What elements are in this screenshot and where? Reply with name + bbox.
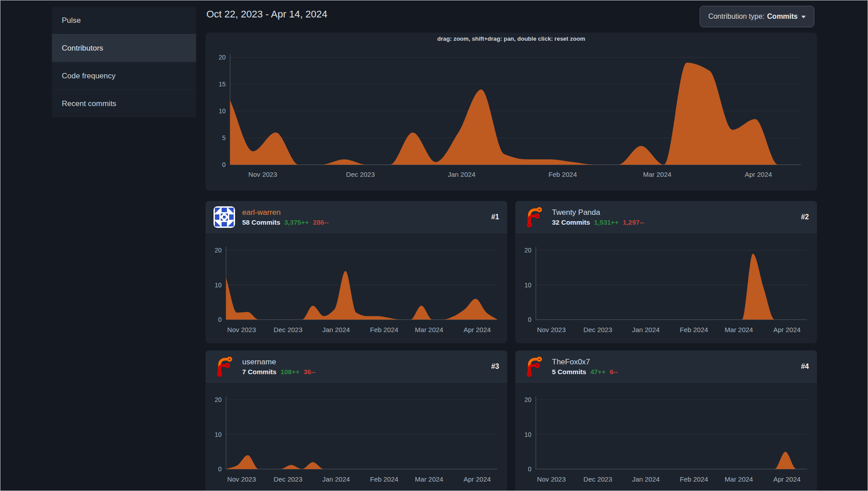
svg-text:Dec 2023: Dec 2023 (274, 326, 302, 333)
svg-text:20: 20 (214, 396, 222, 403)
contributor-card-header: Twenty Panda 32 Commits 1,531++ 1,297-- … (515, 201, 817, 233)
date-range-heading: Oct 22, 2023 - Apr 14, 2024 (206, 9, 327, 20)
svg-text:Nov 2023: Nov 2023 (227, 475, 256, 483)
contributor-commits-chart[interactable]: 01020Nov 2023Dec 2023Jan 2024Feb 2024Mar… (205, 233, 507, 343)
contributor-card: TheFox0x7 5 Commits 47++ 6-- #4 01020Nov… (515, 350, 817, 491)
svg-text:Nov 2023: Nov 2023 (537, 475, 566, 483)
svg-text:5: 5 (222, 134, 226, 141)
chevron-down-icon (801, 16, 806, 21)
contributor-card-header: username 7 Commits 108++ 36-- #3 (205, 350, 507, 383)
svg-text:20: 20 (524, 247, 531, 254)
sidebar-item-pulse[interactable]: Pulse (52, 7, 196, 34)
svg-text:Feb 2024: Feb 2024 (680, 326, 708, 333)
svg-text:Mar 2024: Mar 2024 (725, 326, 753, 333)
svg-text:Feb 2024: Feb 2024 (680, 475, 708, 483)
deletions-count: 1,297-- (623, 218, 644, 226)
contributor-name: Twenty Panda (552, 208, 644, 217)
svg-text:10: 10 (214, 282, 222, 289)
contributor-commits-chart[interactable]: 01020Nov 2023Dec 2023Jan 2024Feb 2024Mar… (205, 383, 507, 491)
svg-text:Apr 2024: Apr 2024 (745, 171, 772, 178)
svg-text:Jan 2024: Jan 2024 (322, 326, 350, 333)
contributor-card-header: TheFox0x7 5 Commits 47++ 6-- #4 (515, 350, 817, 383)
svg-text:20: 20 (214, 247, 222, 254)
contribution-type-label: Contribution type: (708, 13, 764, 21)
forgejo-logo-avatar (214, 356, 235, 377)
forgejo-logo-avatar (523, 356, 545, 377)
svg-text:Feb 2024: Feb 2024 (370, 475, 398, 483)
svg-text:0: 0 (222, 161, 226, 168)
contributor-commits-chart[interactable]: 01020Nov 2023Dec 2023Jan 2024Feb 2024Mar… (515, 383, 817, 491)
deletions-count: 6-- (610, 368, 618, 376)
contributor-card: Twenty Panda 32 Commits 1,531++ 1,297-- … (515, 201, 817, 343)
contributor-stats: 32 Commits 1,531++ 1,297-- (552, 218, 644, 226)
contributor-card-header: earl-warren 58 Commits 3,375++ 286-- #1 (205, 201, 507, 233)
sidebar-item-code-frequency[interactable]: Code frequency (52, 62, 196, 90)
svg-text:Apr 2024: Apr 2024 (463, 475, 491, 483)
svg-text:Jan 2024: Jan 2024 (448, 171, 475, 178)
svg-text:Mar 2024: Mar 2024 (415, 475, 443, 483)
svg-text:Apr 2024: Apr 2024 (773, 326, 800, 333)
svg-text:Dec 2023: Dec 2023 (274, 475, 302, 483)
svg-text:10: 10 (218, 107, 226, 115)
contributor-identity: earl-warren 58 Commits 3,375++ 286-- (242, 208, 329, 226)
identicon-avatar[interactable] (214, 206, 235, 228)
svg-text:Jan 2024: Jan 2024 (322, 475, 350, 483)
additions-count: 47++ (590, 368, 606, 376)
contributor-identity: TheFox0x7 5 Commits 47++ 6-- (552, 358, 618, 376)
contributor-stats: 58 Commits 3,375++ 286-- (242, 218, 329, 226)
svg-text:0: 0 (528, 465, 531, 473)
additions-count: 1,531++ (594, 218, 619, 226)
svg-text:20: 20 (218, 54, 226, 61)
rank-badge: #4 (801, 363, 809, 371)
rank-badge: #3 (491, 363, 499, 371)
deletions-count: 286-- (313, 218, 329, 226)
contributor-name: TheFox0x7 (552, 358, 618, 367)
commit-count: 58 Commits (242, 218, 280, 226)
svg-text:0: 0 (218, 465, 222, 473)
rank-badge: #1 (491, 213, 499, 221)
svg-text:15: 15 (218, 81, 226, 88)
contributor-identity: Twenty Panda 32 Commits 1,531++ 1,297-- (552, 208, 644, 226)
svg-text:20: 20 (524, 396, 531, 403)
svg-text:Feb 2024: Feb 2024 (370, 326, 398, 333)
rank-badge: #2 (801, 213, 809, 221)
svg-text:Nov 2023: Nov 2023 (248, 171, 277, 178)
deletions-count: 36-- (304, 368, 316, 376)
svg-text:Apr 2024: Apr 2024 (773, 475, 800, 483)
contribution-type-dropdown[interactable]: Contribution type: Commits (700, 6, 814, 27)
svg-text:Nov 2023: Nov 2023 (227, 326, 256, 333)
additions-count: 108++ (281, 368, 300, 376)
commit-count: 7 Commits (242, 368, 277, 376)
contributor-name-link[interactable]: earl-warren (242, 208, 329, 217)
sidebar-item-contributors[interactable]: Contributors (52, 34, 196, 62)
svg-text:Jan 2024: Jan 2024 (632, 326, 660, 333)
contributor-card: earl-warren 58 Commits 3,375++ 286-- #1 … (205, 201, 507, 343)
overview-chart-panel: drag: zoom, shift+drag: pan, double clic… (205, 33, 817, 191)
svg-text:10: 10 (524, 282, 531, 289)
svg-text:Mar 2024: Mar 2024 (643, 171, 671, 178)
contribution-type-value: Commits (767, 13, 798, 21)
svg-text:Apr 2024: Apr 2024 (463, 326, 491, 333)
overview-commits-chart[interactable]: 05101520Nov 2023Dec 2023Jan 2024Feb 2024… (205, 43, 817, 191)
svg-text:Feb 2024: Feb 2024 (548, 171, 577, 178)
svg-text:Dec 2023: Dec 2023 (346, 171, 375, 178)
svg-text:0: 0 (218, 316, 222, 323)
additions-count: 3,375++ (284, 218, 309, 226)
contributor-stats: 5 Commits 47++ 6-- (552, 368, 618, 376)
svg-text:Dec 2023: Dec 2023 (583, 326, 612, 333)
svg-text:10: 10 (524, 431, 531, 438)
sidebar-item-recent-commits[interactable]: Recent commits (52, 90, 196, 117)
svg-text:Mar 2024: Mar 2024 (415, 326, 443, 333)
commit-count: 5 Commits (552, 368, 586, 376)
svg-text:Mar 2024: Mar 2024 (725, 475, 753, 483)
contributor-name: username (242, 358, 316, 367)
commit-count: 32 Commits (552, 218, 590, 226)
contributor-commits-chart[interactable]: 01020Nov 2023Dec 2023Jan 2024Feb 2024Mar… (515, 233, 817, 343)
chart-zoom-hint: drag: zoom, shift+drag: pan, double clic… (205, 33, 817, 43)
svg-text:Jan 2024: Jan 2024 (632, 475, 660, 483)
repo-activity-sidebar: Pulse Contributors Code frequency Recent… (52, 7, 196, 117)
svg-text:Dec 2023: Dec 2023 (583, 475, 612, 483)
contributor-card: username 7 Commits 108++ 36-- #3 01020No… (205, 350, 507, 491)
svg-text:10: 10 (214, 431, 222, 438)
contributor-identity: username 7 Commits 108++ 36-- (242, 358, 316, 376)
